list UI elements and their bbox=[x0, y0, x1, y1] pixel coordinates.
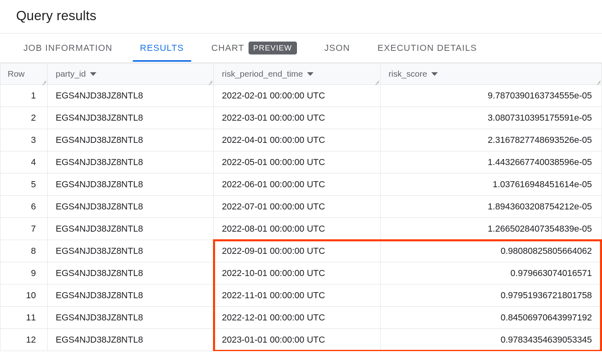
table-row: 11EGS4NJD38JZ8NTL82022-12-01 00:00:00 UT… bbox=[0, 307, 602, 329]
cell-row-number: 12 bbox=[0, 329, 48, 351]
cell-party-id: EGS4NJD38JZ8NTL8 bbox=[48, 240, 214, 262]
col-header-label: risk_score bbox=[389, 69, 427, 79]
col-header-label: party_id bbox=[56, 69, 86, 79]
cell-risk-score: 1.2665028407354839e-05 bbox=[380, 218, 602, 240]
col-header-risk-period-end-time[interactable]: risk_period_end_time bbox=[214, 63, 380, 85]
tab-results[interactable]: RESULTS bbox=[126, 35, 198, 61]
cell-party-id: EGS4NJD38JZ8NTL8 bbox=[48, 107, 214, 129]
cell-party-id: EGS4NJD38JZ8NTL8 bbox=[48, 151, 214, 174]
tab-chart[interactable]: CHART PREVIEW bbox=[198, 33, 311, 63]
resize-handle-icon bbox=[597, 79, 601, 84]
cell-row-number: 1 bbox=[0, 85, 48, 107]
table-row: 7EGS4NJD38JZ8NTL82022-08-01 00:00:00 UTC… bbox=[0, 218, 602, 240]
table-row: 1EGS4NJD38JZ8NTL82022-02-01 00:00:00 UTC… bbox=[0, 85, 602, 107]
cell-row-number: 8 bbox=[0, 240, 48, 262]
cell-party-id: EGS4NJD38JZ8NTL8 bbox=[48, 196, 214, 218]
cell-party-id: EGS4NJD38JZ8NTL8 bbox=[48, 285, 214, 307]
cell-risk-score: 2.3167827748693526e-05 bbox=[380, 129, 602, 151]
cell-risk-period-end-time: 2022-08-01 00:00:00 UTC bbox=[214, 218, 380, 240]
results-table: Row party_id risk_period_end_time bbox=[0, 63, 602, 351]
cell-risk-score: 0.98080825805664062 bbox=[380, 240, 602, 262]
resize-handle-icon bbox=[42, 79, 46, 84]
table-row: 10EGS4NJD38JZ8NTL82022-11-01 00:00:00 UT… bbox=[0, 285, 602, 307]
cell-row-number: 4 bbox=[0, 151, 48, 174]
table-row: 12EGS4NJD38JZ8NTL82023-01-01 00:00:00 UT… bbox=[0, 329, 602, 351]
cell-risk-score: 9.7870390163734555e-05 bbox=[380, 85, 602, 107]
tab-execution-details[interactable]: EXECUTION DETAILS bbox=[364, 35, 491, 61]
cell-risk-period-end-time: 2022-12-01 00:00:00 UTC bbox=[214, 307, 380, 329]
cell-party-id: EGS4NJD38JZ8NTL8 bbox=[48, 307, 214, 329]
cell-risk-period-end-time: 2022-02-01 00:00:00 UTC bbox=[214, 85, 380, 107]
results-table-wrap: Row party_id risk_period_end_time bbox=[0, 63, 602, 351]
table-row: 8EGS4NJD38JZ8NTL82022-09-01 00:00:00 UTC… bbox=[0, 240, 602, 262]
cell-risk-period-end-time: 2022-10-01 00:00:00 UTC bbox=[214, 262, 380, 285]
cell-row-number: 9 bbox=[0, 262, 48, 285]
cell-risk-score: 1.8943603208754212e-05 bbox=[380, 196, 602, 218]
table-row: 3EGS4NJD38JZ8NTL82022-04-01 00:00:00 UTC… bbox=[0, 129, 602, 151]
dropdown-icon bbox=[431, 72, 438, 76]
cell-party-id: EGS4NJD38JZ8NTL8 bbox=[48, 129, 214, 151]
cell-risk-score: 0.84506970643997192 bbox=[380, 307, 602, 329]
cell-row-number: 7 bbox=[0, 218, 48, 240]
tab-job-information[interactable]: JOB INFORMATION bbox=[10, 35, 126, 61]
cell-risk-period-end-time: 2022-03-01 00:00:00 UTC bbox=[214, 107, 380, 129]
cell-row-number: 5 bbox=[0, 174, 48, 196]
cell-risk-score: 1.4432667740038596e-05 bbox=[380, 151, 602, 174]
tab-label: JOB INFORMATION bbox=[23, 43, 113, 53]
table-row: 2EGS4NJD38JZ8NTL82022-03-01 00:00:00 UTC… bbox=[0, 107, 602, 129]
col-header-label: Row bbox=[8, 69, 25, 79]
tab-json[interactable]: JSON bbox=[311, 35, 364, 61]
cell-row-number: 2 bbox=[0, 107, 48, 129]
cell-risk-period-end-time: 2022-11-01 00:00:00 UTC bbox=[214, 285, 380, 307]
cell-party-id: EGS4NJD38JZ8NTL8 bbox=[48, 262, 214, 285]
resize-handle-icon bbox=[375, 79, 379, 84]
cell-risk-period-end-time: 2022-07-01 00:00:00 UTC bbox=[214, 196, 380, 218]
resize-handle-icon bbox=[209, 79, 213, 84]
tab-bar: JOB INFORMATION RESULTS CHART PREVIEW JS… bbox=[0, 33, 602, 63]
cell-row-number: 3 bbox=[0, 129, 48, 151]
preview-badge: PREVIEW bbox=[249, 42, 297, 54]
table-row: 9EGS4NJD38JZ8NTL82022-10-01 00:00:00 UTC… bbox=[0, 262, 602, 285]
cell-party-id: EGS4NJD38JZ8NTL8 bbox=[48, 85, 214, 107]
tab-label: EXECUTION DETAILS bbox=[378, 43, 477, 53]
cell-party-id: EGS4NJD38JZ8NTL8 bbox=[48, 174, 214, 196]
title-bar: Query results bbox=[0, 0, 602, 33]
cell-party-id: EGS4NJD38JZ8NTL8 bbox=[48, 329, 214, 351]
cell-risk-period-end-time: 2023-01-01 00:00:00 UTC bbox=[214, 329, 380, 351]
dropdown-icon bbox=[90, 72, 96, 76]
tab-label: CHART bbox=[211, 43, 245, 53]
cell-row-number: 10 bbox=[0, 285, 48, 307]
dropdown-icon bbox=[307, 72, 314, 76]
cell-risk-score: 1.037616948451614e-05 bbox=[380, 174, 602, 196]
table-row: 6EGS4NJD38JZ8NTL82022-07-01 00:00:00 UTC… bbox=[0, 196, 602, 218]
cell-row-number: 11 bbox=[0, 307, 48, 329]
col-header-label: risk_period_end_time bbox=[222, 69, 303, 79]
cell-risk-period-end-time: 2022-04-01 00:00:00 UTC bbox=[214, 129, 380, 151]
cell-risk-period-end-time: 2022-05-01 00:00:00 UTC bbox=[214, 151, 380, 174]
cell-risk-score: 3.0807310395175591e-05 bbox=[380, 107, 602, 129]
tab-label: RESULTS bbox=[140, 43, 184, 53]
results-tbody: 1EGS4NJD38JZ8NTL82022-02-01 00:00:00 UTC… bbox=[0, 85, 602, 351]
cell-risk-score: 0.97951936721801758 bbox=[380, 285, 602, 307]
cell-row-number: 6 bbox=[0, 196, 48, 218]
cell-risk-period-end-time: 2022-06-01 00:00:00 UTC bbox=[214, 174, 380, 196]
tab-label: JSON bbox=[324, 43, 350, 53]
col-header-party-id[interactable]: party_id bbox=[48, 63, 214, 85]
cell-risk-period-end-time: 2022-09-01 00:00:00 UTC bbox=[214, 240, 380, 262]
col-header-risk-score[interactable]: risk_score bbox=[380, 63, 602, 85]
header-row: Row party_id risk_period_end_time bbox=[0, 63, 602, 85]
col-header-row[interactable]: Row bbox=[0, 63, 48, 85]
table-row: 5EGS4NJD38JZ8NTL82022-06-01 00:00:00 UTC… bbox=[0, 174, 602, 196]
table-row: 4EGS4NJD38JZ8NTL82022-05-01 00:00:00 UTC… bbox=[0, 151, 602, 174]
cell-risk-score: 0.979663074016571 bbox=[380, 262, 602, 285]
page-title: Query results bbox=[16, 8, 586, 23]
cell-party-id: EGS4NJD38JZ8NTL8 bbox=[48, 218, 214, 240]
cell-risk-score: 0.97834354639053345 bbox=[380, 329, 602, 351]
